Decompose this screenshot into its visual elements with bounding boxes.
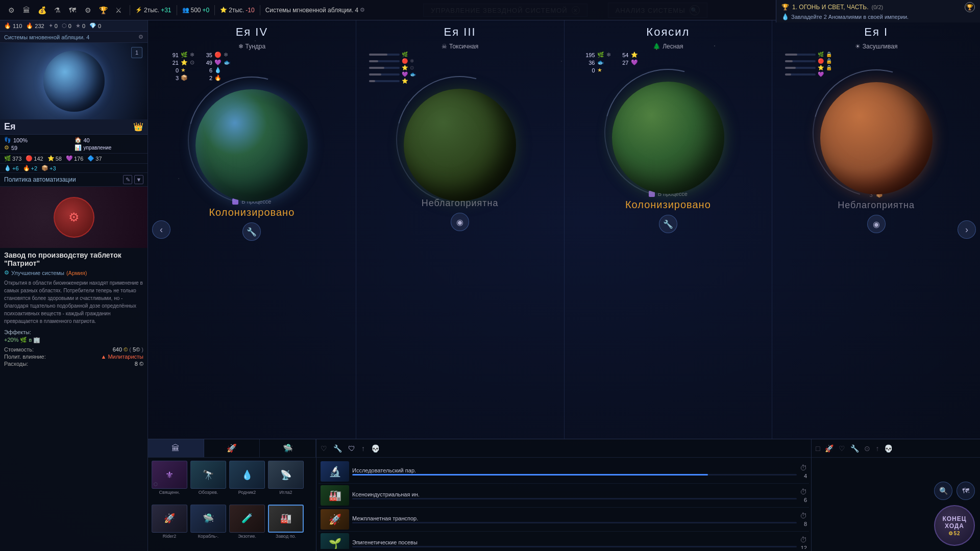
- planet-koasil-action-button[interactable]: 🔧: [659, 215, 677, 233]
- trophy-icon[interactable]: 🏆: [97, 4, 109, 16]
- planet-ea4-action-button[interactable]: 🔧: [242, 222, 261, 241]
- diamond-resource: 💎 0: [89, 22, 101, 29]
- mission-title: 🏆 1. ОГОНЬ И СВЕТ, ЧАСТЬ. (0/2) 🏆: [781, 2, 975, 12]
- research-cost-0: ⏱ 4: [800, 464, 807, 479]
- map-button[interactable]: 🗺: [957, 482, 975, 500]
- nav-left-button[interactable]: ‹: [152, 220, 170, 239]
- building-card-factory[interactable]: 🏭 Завод по.: [267, 505, 304, 546]
- target-icon[interactable]: ⊙: [864, 444, 870, 453]
- sword-icon[interactable]: ⚔: [112, 4, 125, 16]
- mission-bar: 🏆 1. ОГОНЬ И СВЕТ, ЧАСТЬ. (0/2) 🏆 💧 Завл…: [776, 0, 980, 22]
- crown-icon: 👑: [133, 122, 143, 132]
- skull-research-icon[interactable]: 💀: [371, 444, 380, 453]
- shield-research-icon[interactable]: 🛡: [348, 444, 355, 453]
- end-turn-cost: ⚙52: [948, 531, 960, 536]
- rocket-icon[interactable]: 🚀: [825, 444, 834, 453]
- mission-close-icon[interactable]: 🏆: [965, 2, 975, 12]
- left-panel: 🔥 110 🔥 232 ✦ 0 ⬡ 0 ★ 0 💎 0 Системы мгно…: [0, 20, 148, 551]
- unfavorable-label2: Неблагоприятна: [838, 200, 915, 211]
- building-card-needle[interactable]: 📡 Игла2: [267, 461, 304, 503]
- main-area: ‹ Ея IV ❄ Тундра 91🌿❄ 35🔴❄ 21⭐⊙ 49💜🐟 0★ …: [148, 20, 980, 551]
- bottom-right-controls: 🔍 🗺 КОНЕЦ ХОДА ⚙52: [934, 482, 975, 546]
- research-cost-2: ⏱ 8: [800, 512, 807, 527]
- building-img-factory: 🏭: [268, 505, 304, 533]
- research-icons: ♡ 🔧 🛡 ↑ 💀: [321, 444, 380, 453]
- system-name: Системы мгновенной абляции. 4 ⚙: [265, 7, 365, 14]
- building-img-spring: 💧: [229, 461, 265, 489]
- fire-resource2: 🔥 232: [26, 22, 44, 29]
- manage-stat: 📊 управление: [75, 144, 144, 151]
- housing-stat: 🏠 40: [75, 137, 144, 143]
- planet-ea1-action-button[interactable]: ◉: [867, 215, 886, 233]
- up-icon[interactable]: ↑: [875, 444, 879, 453]
- mission-anomaly-icon: 💧: [781, 13, 789, 20]
- effects-label: Эффекты:: [4, 329, 143, 335]
- map-icon[interactable]: 🗺: [66, 4, 79, 16]
- building-card-observer[interactable]: 🔭 Обозрев.: [190, 461, 227, 503]
- planet-koasil-type: 🌲 Лесная: [653, 43, 683, 50]
- tab-ships[interactable]: 🛸: [260, 439, 316, 457]
- arrow-research-icon[interactable]: ↑: [361, 444, 365, 453]
- building-card-ship[interactable]: 🛸 Корабль-.: [190, 505, 227, 546]
- building-card-sacred[interactable]: ⚜ ⬡ Священн.: [151, 461, 188, 503]
- resource-influence: ⭐ 2тыс. -10: [220, 7, 254, 14]
- planet-ea1-globe[interactable]: [820, 82, 933, 194]
- planet-ea4-name: Ея IV: [236, 26, 268, 39]
- production-stat: ⚙ 59: [4, 144, 74, 151]
- research-info-0: Исследовательский пар.: [352, 467, 797, 475]
- resource-icon[interactable]: 💰: [36, 4, 48, 16]
- yield-influence: 💜 176: [66, 155, 83, 162]
- research-item-3[interactable]: 🌱 Эпигенетические посевы ⏱ 12: [318, 532, 809, 549]
- planet-ea4-globe[interactable]: [195, 89, 308, 202]
- policy-expand-button[interactable]: ▼: [134, 175, 143, 184]
- wrench-icon[interactable]: 🔧: [850, 444, 859, 453]
- building-card-exotic[interactable]: 🧪 Экзотие.: [229, 505, 265, 546]
- building-card-spring[interactable]: 💧 Родник2: [229, 461, 265, 503]
- planet-ea3-name: Ея III: [444, 26, 476, 39]
- building-img-needle: 📡: [268, 461, 304, 489]
- building-card-rider[interactable]: 🚀 Rider2: [151, 505, 188, 546]
- zoom-button[interactable]: 🔍: [934, 482, 952, 500]
- research-item-0[interactable]: 🔬 Исследовательский пар. ⏱ 4: [318, 460, 809, 484]
- tab-units[interactable]: 🚀: [204, 439, 260, 457]
- wrench-research-icon[interactable]: 🔧: [333, 444, 342, 453]
- research-item-2[interactable]: 🚀 Межпланетная транспор. ⏱ 8: [318, 508, 809, 532]
- settings-icon[interactable]: ⚙: [138, 34, 143, 40]
- nav-right-button[interactable]: ›: [958, 220, 976, 239]
- research-header: ♡ 🔧 🛡 ↑ 💀: [316, 439, 811, 458]
- planet-card-ea3: Ея III ☠ Токсичная 🌿 🔴❄ ⭐⊙ 💜🐟 ⭐ Неблагоп…: [356, 20, 565, 439]
- policy-edit-button[interactable]: ✎: [123, 175, 132, 184]
- research-item-1[interactable]: 🏭 Ксеноиндустриальная ин. ⏱ 6: [318, 484, 809, 508]
- research-list: 🔬 Исследовательский пар. ⏱ 4 🏭: [316, 458, 811, 549]
- cost-row-2: Полит. влияние: ▲ Милитаристы: [4, 354, 143, 360]
- planet-ea1-status: 3📦 Неблагоприятна ◉: [838, 191, 915, 233]
- research-thumb-0: 🔬: [321, 461, 349, 482]
- heart-research-icon[interactable]: ♡: [321, 444, 327, 453]
- building-img-ship: 🛸: [190, 505, 226, 533]
- hex-resource: ⬡ 0: [62, 22, 71, 29]
- building-img-exotic: 🧪: [229, 505, 265, 533]
- square-icon[interactable]: □: [816, 444, 820, 453]
- planet-koasil-globe[interactable]: [612, 82, 724, 194]
- gear-icon[interactable]: ⚙: [82, 4, 94, 16]
- planet-ea3-action-button[interactable]: ◉: [451, 213, 469, 231]
- city-icon[interactable]: 🏛: [20, 4, 33, 16]
- menu-icon[interactable]: ⚙: [5, 4, 17, 16]
- planet-ea3-globe[interactable]: [404, 89, 516, 201]
- planet-card-koasil: Коясил 🌲 Лесная 195🌿❄ 54⭐ 36🐟 27💜 0★: [565, 20, 773, 439]
- skull-icon[interactable]: 💀: [884, 444, 893, 453]
- end-turn-button[interactable]: КОНЕЦ ХОДА ⚙52: [934, 505, 975, 546]
- building-desc: Открытия в области биоинженерии находят …: [4, 279, 143, 325]
- resource-population: 👥 500 +0: [182, 7, 210, 14]
- resource-energy: ⚡ 2тыс. +31: [135, 7, 172, 14]
- fire-resource: 🔥 110: [4, 22, 22, 29]
- flask-icon[interactable]: ⚗: [51, 4, 63, 16]
- research-thumb-1: 🏭: [321, 485, 349, 506]
- heart-icon[interactable]: ♡: [839, 444, 845, 453]
- research-progress-bar-0: [352, 474, 708, 475]
- building-title: Завод по производству таблеток "Патриот": [4, 251, 143, 267]
- tab-buildings[interactable]: 🏛: [148, 439, 204, 457]
- planet-koasil-stats: 195🌿❄ 54⭐ 36🐟 27💜 0★: [572, 52, 638, 73]
- research-progress-2: [352, 522, 797, 523]
- planet-card-ea1: Ея I ☀ Засушливая 🌿🔒 🔴🔒 ⭐🔒 💜 3📦: [772, 20, 980, 439]
